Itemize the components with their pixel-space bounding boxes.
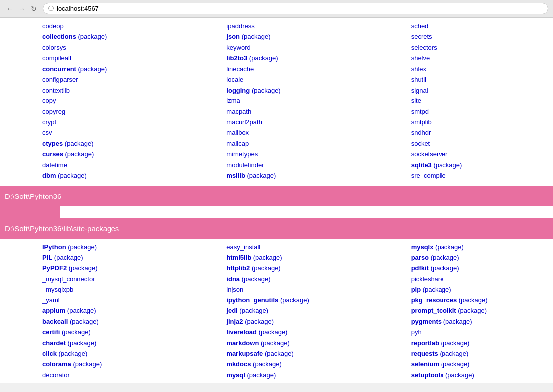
module-col-2: schedsecretsselectorsshelveshlexshutilsi… [369,20,553,182]
module-link[interactable]: compileall [42,53,184,63]
module-link[interactable]: macurl2path [226,117,368,127]
module-link[interactable]: _mysql_connector [42,274,184,284]
module-link[interactable]: injson [226,284,368,294]
module-link[interactable]: backcall (package) [42,316,184,327]
module-link[interactable]: smtplib [411,117,553,127]
module-link[interactable]: colorsys [42,42,184,53]
module-link[interactable]: collections (package) [42,31,184,42]
module-link[interactable]: linecache [226,64,368,74]
module-link[interactable]: mimetypes [226,149,368,159]
module-link[interactable]: copy [42,96,184,106]
module-link[interactable]: modulefinder [226,160,368,170]
module-link[interactable]: markupsafe (package) [226,348,368,359]
module-link[interactable]: setuptools (package) [411,370,553,380]
module-link[interactable]: PyPDF2 (package) [42,263,184,273]
module-link[interactable]: keyword [226,42,368,53]
back-button[interactable]: ← [5,4,15,14]
module-link[interactable]: markdown (package) [226,338,368,348]
module-link[interactable]: macpath [226,106,368,117]
module-link[interactable]: click (package) [42,348,184,359]
module-link[interactable]: lzma [226,96,368,106]
module-link[interactable]: jinja2 (package) [226,316,368,327]
module-link[interactable]: appium (package) [42,305,184,316]
module-link[interactable]: selectors [411,42,553,53]
url-text: localhost:4567 [57,5,99,12]
module-link[interactable]: lib2to3 (package) [226,53,368,63]
module-link[interactable]: certifi (package) [42,327,184,337]
stdlib-module-grid: codeopcollections (package)colorsyscompi… [0,18,553,184]
module-link[interactable]: msilib (package) [226,170,368,181]
section-header-2-label: D:\Soft\Pyhton36\lib\site-packages [5,224,119,233]
module-link[interactable]: json (package) [226,31,368,42]
module-link[interactable]: socketserver [411,149,553,159]
module-link[interactable]: contextlib [42,85,184,96]
module-link[interactable]: ipaddress [226,21,368,31]
module-link[interactable]: colorama (package) [42,359,184,369]
module-link[interactable]: shutil [411,74,553,85]
address-bar[interactable]: ⓘ localhost:4567 [43,3,548,14]
module-link[interactable]: sndhdr [411,127,553,138]
refresh-button[interactable]: ↻ [29,4,39,14]
module-link[interactable]: curses (package) [42,149,184,159]
module-link[interactable]: dbm (package) [42,170,184,181]
module-link[interactable]: pdfkit (package) [411,263,553,273]
forward-button[interactable]: → [17,4,27,14]
module-link[interactable]: easy_install [226,242,368,252]
module-link[interactable]: html5lib (package) [226,252,368,263]
module-link[interactable]: reportlab (package) [411,338,553,348]
module-link[interactable]: IPython (package) [42,242,184,252]
module-link[interactable]: pickleshare [411,274,553,284]
module-link[interactable]: locale [226,74,368,85]
module-link[interactable]: selenium (package) [411,359,553,369]
module-link[interactable]: requests (package) [411,348,553,359]
module-link[interactable]: parso (package) [411,252,553,263]
module-link[interactable]: sqlite3 (package) [411,160,553,170]
module-link[interactable]: decorator [42,370,184,380]
module-link[interactable]: pygments (package) [411,316,553,327]
module-link[interactable]: signal [411,85,553,96]
module-link[interactable]: chardet (package) [42,338,184,348]
module-link[interactable]: pkg_resources (package) [411,295,553,305]
module-link[interactable]: mailbox [226,127,368,138]
browser-bar: ← → ↻ ⓘ localhost:4567 [0,0,553,18]
module-link[interactable]: prompt_toolkit (package) [411,305,553,316]
module-link[interactable]: csv [42,127,184,138]
module-link[interactable]: _mysqlxpb [42,284,184,294]
module-link[interactable]: configparser [42,74,184,85]
module-link[interactable]: mysql (package) [226,370,368,380]
module-link[interactable]: socket [411,138,553,149]
module-link[interactable]: jedi (package) [226,305,368,316]
sitepackages-module-grid: IPython (package)PIL (package)PyPDF2 (pa… [0,239,553,384]
module-link[interactable]: smtpd [411,106,553,117]
module-link[interactable]: mysqlx (package) [411,242,553,252]
module-link[interactable]: _yaml [42,295,184,305]
module-link[interactable]: sched [411,21,553,31]
module-link[interactable]: httplib2 (package) [226,263,368,273]
module-link[interactable]: mailcap [226,138,368,149]
section-header-1: D:\Soft\Pyhton36 [0,186,553,206]
module-link[interactable]: pyh [411,327,553,337]
section-header-1-label: D:\Soft\Pyhton36 [5,192,61,200]
module-col-2: mysqlx (package)parso (package)pdfkit (p… [369,241,553,382]
module-link[interactable]: sre_compile [411,170,553,181]
module-link[interactable]: crypt [42,117,184,127]
module-col-1: ipaddressjson (package)keywordlib2to3 (p… [184,20,368,182]
module-link[interactable]: livereload (package) [226,327,368,337]
module-col-0: IPython (package)PIL (package)PyPDF2 (pa… [0,241,184,382]
module-link[interactable]: idna (package) [226,274,368,284]
module-link[interactable]: codeop [42,21,184,31]
module-link[interactable]: site [411,96,553,106]
section-spacer-1 [0,206,553,218]
module-link[interactable]: ctypes (package) [42,138,184,149]
module-link[interactable]: datetime [42,160,184,170]
module-link[interactable]: pip (package) [411,284,553,294]
module-link[interactable]: mkdocs (package) [226,359,368,369]
module-link[interactable]: logging (package) [226,85,368,96]
module-link[interactable]: ipython_genutils (package) [226,295,368,305]
module-link[interactable]: copyreg [42,106,184,117]
module-link[interactable]: concurrent (package) [42,64,184,74]
module-link[interactable]: shlex [411,64,553,74]
module-link[interactable]: PIL (package) [42,252,184,263]
module-link[interactable]: shelve [411,53,553,63]
module-link[interactable]: secrets [411,31,553,42]
